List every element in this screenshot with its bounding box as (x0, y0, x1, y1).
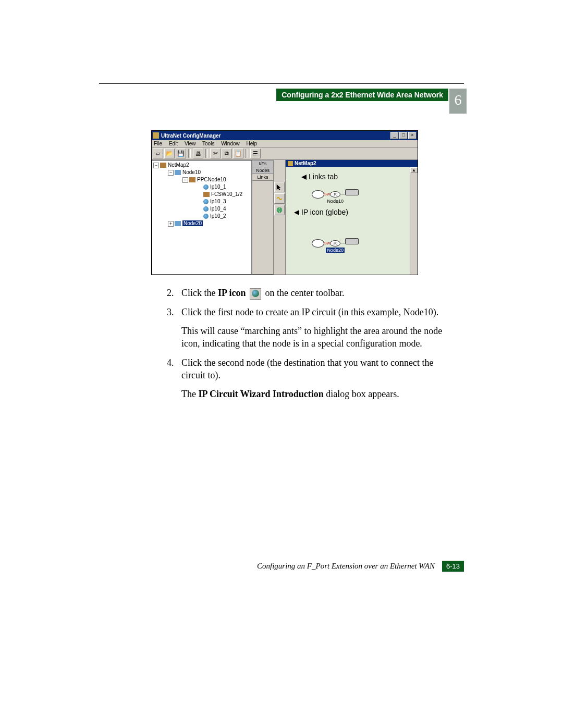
cut-icon[interactable]: ✂ (210, 149, 221, 158)
expand-icon[interactable]: − (168, 170, 174, 176)
svg-point-0 (277, 207, 283, 213)
menu-help[interactable]: Help (247, 141, 258, 146)
node-label: Node10 (327, 199, 344, 204)
sw-label: SW (324, 241, 330, 245)
vertical-toolbar (274, 160, 286, 275)
canvas-title: NetMap2 (295, 161, 316, 166)
ip-globe-tool-icon[interactable] (274, 205, 285, 215)
vertical-scrollbar[interactable] (410, 167, 418, 275)
paste-icon[interactable]: 📋 (233, 149, 243, 158)
footer-text: Configuring an F_Port Extension over an … (257, 562, 435, 571)
inline-ip-globe-icon (250, 288, 261, 300)
cloud-icon (312, 190, 324, 199)
netmap-icon (160, 163, 166, 168)
expand-icon[interactable]: − (153, 163, 159, 168)
canvas-node20[interactable]: SW20— Node20 (312, 238, 359, 253)
section-header-bar: Configuring a 2x2 Ethernet Wide Area Net… (276, 89, 448, 101)
node-icon (175, 170, 181, 175)
tree-panel: −NetMap2 −Node10 −PPCNode10 Ip10_1 FCSW1… (152, 160, 252, 275)
node-icon (175, 221, 181, 226)
device-icon (345, 238, 359, 244)
canvas-node10[interactable]: SW10— Node10 (312, 189, 359, 204)
link-tool-icon[interactable] (274, 193, 285, 204)
device-icon (345, 189, 359, 195)
app-icon (153, 132, 159, 139)
tree-item[interactable]: Ip10_1 (210, 184, 226, 190)
instruction-text: 2.Click the IP icon on the center toolba… (167, 287, 446, 407)
menu-tools[interactable]: Tools (202, 141, 214, 146)
arrow-icon (294, 210, 299, 215)
open-icon[interactable]: 📂 (164, 149, 175, 158)
annotation-links-tab: Links tab (301, 172, 338, 181)
expand-icon[interactable]: + (168, 221, 174, 227)
page-footer: Configuring an F_Port Extension over an … (257, 561, 464, 572)
maximize-button[interactable]: □ (399, 132, 408, 139)
save-icon[interactable]: 💾 (176, 149, 186, 158)
sw-label: SW (324, 192, 330, 196)
chapter-number: 6 (449, 89, 467, 114)
ppc-icon (189, 177, 195, 182)
canvas-titlebar: NetMap2 (286, 160, 418, 167)
menu-edit[interactable]: Edit (169, 141, 178, 146)
switch-icon: 10 (330, 191, 340, 198)
menu-view[interactable]: View (185, 141, 196, 146)
menubar: File Edit View Tools Window Help (152, 140, 418, 147)
tree-item[interactable]: Ip10_2 (210, 213, 226, 219)
annotation-ip-icon: IP icon (globe) (294, 208, 348, 216)
tree-item[interactable]: Ip10_3 (210, 199, 226, 204)
node-label-selected: Node20 (326, 248, 345, 253)
canvas-icon (288, 161, 293, 166)
fc-switch-icon (203, 192, 210, 197)
tree-item[interactable]: FCSW10_1/2 (211, 191, 242, 197)
print-icon[interactable]: 🖶 (193, 149, 203, 158)
tree-node20-selected[interactable]: Node20 (182, 220, 203, 226)
pointer-tool-icon[interactable] (274, 182, 285, 192)
menu-window[interactable]: Window (221, 141, 240, 146)
main-toolbar: ▱ 📂 💾 🖶 ✂ ⧉ 📋 ☰ (152, 147, 418, 160)
ip-port-icon (203, 184, 209, 190)
window-titlebar: UltraNet ConfigManager _ □ × (152, 131, 418, 140)
ip-port-icon (203, 206, 209, 212)
tab-ifs[interactable]: I/Fs (252, 161, 273, 167)
ip-port-icon (203, 214, 209, 219)
expand-icon[interactable]: − (182, 177, 188, 183)
new-icon[interactable]: ▱ (153, 149, 163, 158)
close-button[interactable]: × (408, 132, 417, 139)
minimize-button[interactable]: _ (390, 132, 399, 139)
ip-port-icon (203, 199, 209, 204)
tree-node10[interactable]: Node10 (182, 169, 201, 175)
tree-root[interactable]: NetMap2 (168, 162, 189, 168)
menu-file[interactable]: File (154, 141, 162, 146)
page-number: 6-13 (442, 561, 464, 572)
tree-item[interactable]: Ip10_4 (210, 206, 226, 212)
tab-links[interactable]: Links (252, 174, 273, 181)
cloud-icon (312, 239, 324, 248)
tree-ppcnode[interactable]: PPCNode10 (197, 177, 226, 182)
tab-nodes[interactable]: Nodes (252, 167, 273, 174)
window-title: UltraNet ConfigManager (161, 133, 390, 139)
config-manager-screenshot: UltraNet ConfigManager _ □ × File Edit V… (151, 130, 418, 275)
arrow-icon (301, 175, 307, 180)
properties-icon[interactable]: ☰ (250, 149, 261, 158)
copy-icon[interactable]: ⧉ (222, 149, 232, 158)
header-rule (99, 83, 464, 84)
switch-icon: 20 (330, 240, 340, 246)
side-tab-column: I/Fs Nodes Links (252, 160, 274, 275)
canvas-area: NetMap2 Links tab IP icon (globe) SW10— … (286, 160, 418, 275)
